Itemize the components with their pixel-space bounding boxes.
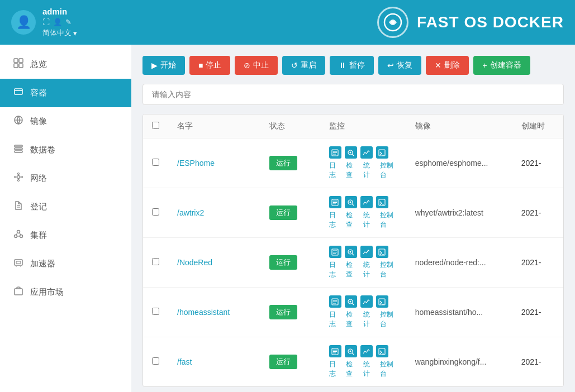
search-input[interactable]	[152, 90, 554, 99]
user-icon[interactable]: 👤	[53, 18, 62, 26]
sidebar-item-label-volumes: 数据卷	[30, 145, 55, 155]
image-cell: wangbinxingkong/f...	[406, 337, 512, 387]
row-checkbox-cell	[143, 337, 168, 387]
delete-button[interactable]: ✕ 删除	[426, 56, 469, 75]
monitor-label[interactable]: 检查	[346, 211, 357, 230]
language-selector[interactable]: 简体中文 ▾	[42, 28, 77, 38]
container-name-link[interactable]: /homeassistant	[177, 308, 230, 317]
created-time: 2021-	[521, 208, 541, 217]
sidebar-item-containers[interactable]: 容器	[0, 79, 131, 107]
monitor-icon-row	[329, 295, 397, 308]
restart-label: 重启	[301, 60, 316, 70]
log-icon[interactable]	[329, 345, 341, 357]
stats-icon[interactable]	[360, 345, 373, 357]
pause-action-button[interactable]: ⊘ 中止	[235, 56, 278, 75]
row-checkbox[interactable]	[152, 159, 159, 166]
monitor-label[interactable]: 统计	[363, 360, 374, 379]
monitor-label[interactable]: 控制台	[380, 211, 397, 230]
suspend-button[interactable]: ⏸ 暂停	[330, 56, 374, 75]
sidebar-item-cluster[interactable]: 集群	[0, 221, 131, 250]
created-cell: 2021-	[512, 238, 563, 288]
table-row: /awtrix2 运行	[143, 188, 563, 238]
sidebar-item-volumes[interactable]: 数据卷	[0, 136, 131, 164]
stats-icon[interactable]	[360, 196, 373, 208]
row-checkbox[interactable]	[152, 357, 159, 365]
monitor-label[interactable]: 统计	[363, 260, 374, 279]
monitor-label[interactable]: 控制台	[380, 260, 397, 279]
container-name-link[interactable]: /NodeRed	[177, 258, 212, 267]
container-name-link[interactable]: /ESPhome	[177, 159, 215, 168]
inspect-icon[interactable]	[345, 246, 357, 258]
svg-line-50	[352, 204, 354, 205]
stats-icon[interactable]	[360, 146, 373, 159]
svg-rect-3	[19, 59, 23, 63]
stats-icon[interactable]	[360, 295, 373, 308]
monitor-label[interactable]: 日志	[329, 260, 340, 279]
container-name-link[interactable]: /fast	[177, 357, 192, 366]
svg-rect-30	[15, 260, 22, 265]
svg-rect-2	[14, 59, 18, 63]
log-icon[interactable]	[329, 246, 341, 258]
monitor-label[interactable]: 统计	[363, 161, 374, 180]
stats-icon[interactable]	[360, 246, 373, 258]
expand-icon[interactable]: ⛶	[42, 18, 50, 26]
create-container-button[interactable]: + 创建容器	[473, 56, 530, 75]
start-button[interactable]: ▶ 开始	[142, 56, 185, 75]
console-icon[interactable]	[376, 146, 388, 159]
sidebar-item-network[interactable]: 网络	[0, 164, 131, 193]
monitor-label[interactable]: 日志	[329, 211, 340, 230]
sidebar-item-images[interactable]: 镜像	[0, 107, 131, 136]
username: admin	[42, 7, 77, 16]
header-left: 👤 admin ⛶ 👤 ✎ 简体中文 ▾	[11, 7, 142, 38]
console-icon[interactable]	[376, 196, 388, 208]
monitor-label[interactable]: 日志	[329, 360, 340, 379]
svg-rect-6	[15, 89, 22, 94]
table-header-row: 名字 状态 监控 镜像 创建时	[143, 114, 563, 138]
stop-button[interactable]: ■ 停止	[189, 56, 230, 75]
monitor-label[interactable]: 检查	[346, 310, 357, 329]
sidebar-item-app-market[interactable]: 应用市场	[0, 278, 131, 307]
inspect-icon[interactable]	[345, 146, 357, 159]
user-actions: ⛶ 👤 ✎	[42, 18, 77, 26]
sidebar-item-overview[interactable]: 总览	[0, 50, 131, 79]
monitor-label[interactable]: 检查	[346, 360, 357, 379]
monitor-label[interactable]: 检查	[346, 161, 357, 180]
status-badge: 运行	[269, 205, 297, 220]
monitor-label[interactable]: 日志	[329, 161, 340, 180]
monitor-label[interactable]: 统计	[363, 211, 374, 230]
monitor-label[interactable]: 统计	[363, 310, 374, 329]
select-all-checkbox[interactable]	[152, 122, 159, 129]
sidebar-item-accelerator[interactable]: 加速器	[0, 250, 131, 278]
console-icon[interactable]	[376, 295, 388, 308]
console-icon[interactable]	[376, 345, 388, 357]
created-cell: 2021-	[512, 337, 563, 387]
edit-icon[interactable]: ✎	[65, 18, 72, 26]
monitor-label[interactable]: 控制台	[380, 161, 397, 180]
console-icon[interactable]	[376, 246, 388, 258]
monitor-label[interactable]: 控制台	[380, 310, 397, 329]
sidebar-item-logs[interactable]: 登记	[0, 193, 131, 221]
row-checkbox[interactable]	[152, 258, 159, 265]
container-name-cell: /fast	[168, 337, 260, 387]
container-name-cell: /homeassistant	[168, 288, 260, 337]
restore-button[interactable]: ↩ 恢复	[378, 56, 421, 75]
log-icon[interactable]	[329, 146, 341, 159]
inspect-icon[interactable]	[345, 196, 357, 208]
monitor-label[interactable]: 控制台	[380, 360, 397, 379]
row-checkbox[interactable]	[152, 208, 159, 216]
monitor-label[interactable]: 检查	[346, 260, 357, 279]
logo-icon	[377, 7, 408, 38]
delete-label: 删除	[444, 60, 460, 70]
restart-button[interactable]: ↺ 重启	[282, 56, 325, 75]
inspect-icon[interactable]	[345, 295, 357, 308]
log-icon[interactable]	[329, 295, 341, 308]
pause-action-label: 中止	[253, 60, 269, 70]
log-icon[interactable]	[329, 196, 341, 208]
monitor-label[interactable]: 日志	[329, 310, 340, 329]
container-name-link[interactable]: /awtrix2	[177, 208, 204, 217]
suspend-icon: ⏸	[339, 61, 346, 70]
row-checkbox[interactable]	[152, 308, 159, 315]
image-name: nodered/node-red:...	[415, 258, 486, 267]
monitor-icons: 日志检查统计控制台	[329, 295, 397, 329]
inspect-icon[interactable]	[345, 345, 357, 357]
